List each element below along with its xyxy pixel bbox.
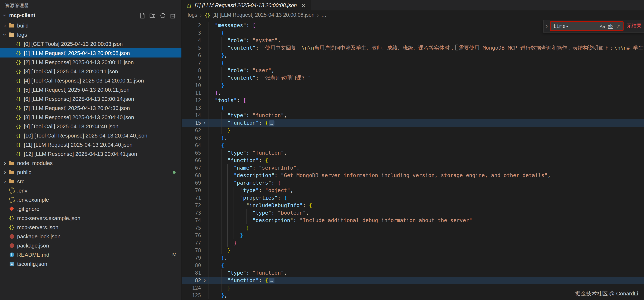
json-file-icon [15,40,22,47]
find-query[interactable]: time- [553,23,598,29]
breadcrumb-label: logs [188,12,197,18]
code-line[interactable]: 12"tools": [ [182,97,644,104]
code-token: , [218,90,221,96]
code-line[interactable]: 13{ [182,104,644,112]
breadcrumb-item[interactable]: … [321,12,326,18]
code-line[interactable]: 7{ [182,59,644,67]
tree-item[interactable]: [10] [Tool Call Response] 2025-04-13 20:… [0,131,182,140]
code-line[interactable]: 72"includeDebugInfo": { [182,202,644,209]
more-actions-icon[interactable]: ··· [169,2,176,9]
chevron-down-icon[interactable] [2,31,8,38]
code-editor[interactable]: 2"messages": [3{4"role": "system",5"cont… [182,19,644,300]
tree-item[interactable]: .env [0,186,182,195]
chevron-right-icon[interactable] [2,22,8,28]
code-line[interactable]: 8"role": "user", [182,67,644,74]
tree-item[interactable]: [0] [GET Tools] 2025-04-13 20:00:03.json [0,39,182,48]
json-file-icon [204,12,211,18]
code-line[interactable]: 4"role": "system", [182,37,644,44]
tree-item[interactable]: package-lock.json [0,232,182,241]
tree-item[interactable]: [8] [LLM Response] 2025-04-13 20:04:40.j… [0,112,182,122]
chevron-right-icon[interactable] [2,169,8,175]
code-line[interactable]: 9"content": "张老师教哪门课? " [182,74,644,82]
code-line[interactable]: 64{ [182,142,644,149]
code-line[interactable]: 74"description": "Include additional deb… [182,217,644,224]
code-line[interactable]: 5"content": "使用中文回复。\n\n当用户提问中涉及学生、教师、成绩… [182,44,644,52]
tree-item[interactable]: [4] [Tool Call Response] 2025-03-14 20:0… [0,76,182,85]
breadcrumb-item[interactable]: logs [188,12,197,18]
whole-word-icon[interactable]: ab [606,22,614,30]
tree-item[interactable]: [3] [Tool Call] 2025-04-13 20:00:11.json [0,67,182,76]
collapse-all-icon[interactable] [170,12,176,18]
code-line[interactable]: 69"parameters": { [182,179,644,187]
code-line[interactable]: 65"type": "function", [182,149,644,157]
toggle-replace-icon[interactable] [544,23,550,29]
tree-item[interactable]: mcp-servers.example.json [0,213,182,223]
project-root-row[interactable]: mcp-client [0,11,182,20]
tree-item[interactable]: .gitignore [0,204,182,213]
folded-code-icon[interactable]: … [269,278,274,283]
code-line[interactable]: 66"function": { [182,157,644,164]
tree-item[interactable]: [12] [LLM Response] 2025-04-13 20:04:41.… [0,149,182,158]
folded-code-icon[interactable]: … [269,120,274,126]
find-input[interactable]: time- Aa ab .* [550,21,624,31]
code-line[interactable]: 68"description": "Get MongoDB server inf… [182,172,644,179]
tree-item[interactable]: tsconfig.json [0,259,182,268]
indent-guide [208,89,215,97]
tree-item[interactable]: [7] [LLM Request] 2025-04-13 20:04:36.js… [0,103,182,112]
fold-spacer [201,104,208,112]
code-line[interactable]: 73"type": "boolean", [182,209,644,217]
breadcrumb-item[interactable]: [1] [LLM Request] 2025-04-13 20:00:08.js… [204,12,314,18]
tree-item[interactable]: .env.example [0,195,182,204]
code-line[interactable]: 78} [182,247,644,254]
fold-expand-icon[interactable] [201,119,208,127]
code-line[interactable]: 77} [182,239,644,247]
code-line[interactable]: 62} [182,127,644,134]
code-text: "properties": { [208,194,644,202]
code-token: "Include additional debug information ab… [300,217,472,223]
fold-expand-icon[interactable] [201,277,208,284]
code-line[interactable]: 67"name": "serverInfo", [182,164,644,172]
tree-item[interactable]: [11] [LLM Request] 2025-04-13 20:04:40.j… [0,140,182,149]
code-token: } [227,247,230,253]
tree-item[interactable]: [6] [LLM Response] 2025-04-13 20:00:14.j… [0,94,182,103]
code-token: : [246,22,252,28]
code-line[interactable]: 125}, [182,292,644,299]
code-line[interactable]: 14"type": "function", [182,112,644,119]
tree-item[interactable]: public [0,168,182,177]
new-file-icon[interactable] [139,12,145,18]
code-line[interactable]: 10} [182,82,644,89]
tree-item[interactable]: [2] [LLM Response] 2025-04-13 20:00:11.j… [0,57,182,67]
tree-item[interactable]: logs [0,30,182,39]
tree-item[interactable]: README.mdM [0,250,182,259]
file-label: [6] [LLM Response] 2025-04-13 20:00:14.j… [24,96,134,102]
code-line[interactable]: 82"function": {… [182,277,644,284]
code-line[interactable]: 15"function": {… [182,119,644,127]
regex-icon[interactable]: .* [614,22,622,30]
tree-item[interactable]: node_modules [0,158,182,168]
close-icon[interactable] [300,2,306,8]
code-line[interactable]: 81"type": "function", [182,269,644,277]
chevron-right-icon[interactable] [2,160,8,166]
tree-item[interactable]: mcp-servers.json [0,223,182,232]
code-line[interactable]: 70"type": "object", [182,187,644,194]
code-line[interactable]: 124} [182,284,644,292]
code-line[interactable]: 6}, [182,52,644,59]
code-line[interactable]: 76} [182,232,644,239]
tree-item[interactable]: src [0,177,182,186]
editor-tab[interactable]: [1] [LLM Request] 2025-04-13 20:00:08.js… [182,0,311,10]
code-line[interactable]: 79}, [182,254,644,262]
tree-item[interactable]: [9] [Tool Call] 2025-04-13 20:04:40.json [0,122,182,131]
tree-item[interactable]: package.json [0,241,182,250]
code-line[interactable]: 75} [182,224,644,232]
code-line[interactable]: 71"properties": { [182,194,644,202]
chevron-right-icon[interactable] [2,178,8,184]
code-line[interactable]: 80{ [182,262,644,269]
new-folder-icon[interactable] [149,12,156,18]
match-case-icon[interactable]: Aa [598,22,606,30]
tree-item[interactable]: build [0,21,182,30]
code-line[interactable]: 63}, [182,134,644,142]
tree-item[interactable]: [1] [LLM Request] 2025-04-13 20:00:08.js… [0,48,182,57]
code-line[interactable]: 11], [182,89,644,97]
tree-item[interactable]: [5] [LLM Request] 2025-04-13 20:00:11.js… [0,85,182,94]
refresh-icon[interactable] [160,12,166,18]
